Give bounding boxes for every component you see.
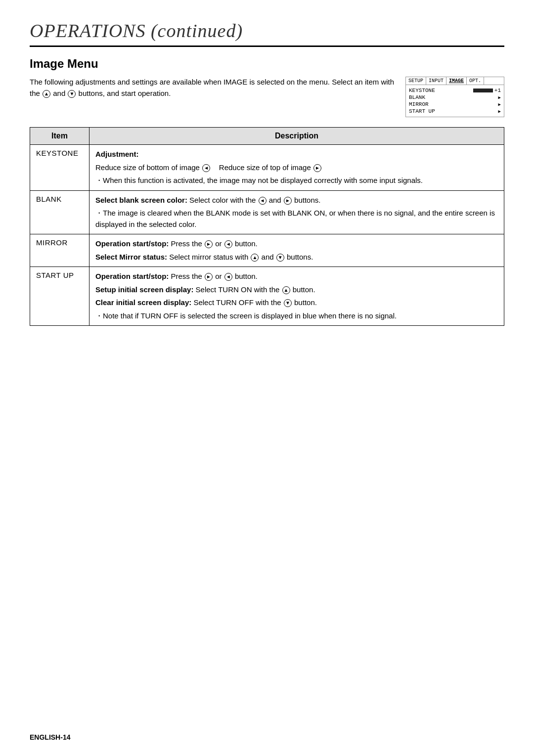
startup-arrow: ▶ (498, 109, 501, 114)
page-title: OPERATIONS (continued) (30, 20, 504, 42)
menu-tab-opt: OPT. (467, 77, 484, 85)
menu-value-keystone: +1 (473, 88, 501, 93)
startup-note: ・Note that if TURN OFF is selected the s… (95, 311, 498, 322)
menu-label-startup: START UP (409, 108, 439, 114)
down-btn-icon-mirror: ▼ (276, 254, 284, 262)
keystone-note: ・When this function is activated, the im… (95, 175, 498, 186)
mirror-startstop: Operation start/stop: Press the ► or ◄ b… (95, 238, 498, 250)
page-number: ENGLISH-14 (30, 733, 70, 741)
left-btn-icon-mirror: ◄ (224, 240, 232, 248)
startup-setup-display: Setup initial screen display: Select TUR… (95, 284, 498, 296)
menu-label-blank: BLANK (409, 94, 439, 100)
desc-keystone: Adjustment: Reduce size of bottom of ima… (89, 145, 504, 191)
menu-tab-input: INPUT (426, 77, 446, 85)
menu-tab-image: IMAGE (446, 77, 467, 85)
header-description: Description (89, 128, 504, 145)
menu-row-blank: BLANK ▶ (409, 94, 501, 101)
desc-startup: Operation start/stop: Press the ► or ◄ b… (89, 267, 504, 326)
keystone-bar (473, 89, 493, 92)
desc-blank: Select blank screen color: Select color … (89, 190, 504, 234)
blank-color-text: Select blank screen color: Select color … (95, 195, 498, 206)
up-btn-icon-startup: ▲ (282, 286, 290, 294)
intro-text: The following adjustments and settings a… (30, 77, 396, 99)
up-button-icon: ▲ (43, 90, 50, 98)
desc-mirror: Operation start/stop: Press the ► or ◄ b… (89, 234, 504, 267)
item-mirror: MIRROR (30, 234, 89, 267)
mirror-arrow: ▶ (498, 102, 501, 107)
menu-row-keystone: KEYSTONE +1 (409, 87, 501, 94)
menu-label-keystone: KEYSTONE (409, 88, 439, 93)
down-btn-icon-startup: ▼ (284, 299, 292, 307)
image-menu-table: Item Description KEYSTONE Adjustment: Re… (30, 127, 504, 326)
keystone-value: +1 (494, 88, 501, 93)
menu-tab-setup: SETUP (406, 77, 426, 85)
right-btn-icon: ► (313, 164, 321, 172)
right-btn-icon-mirror: ► (205, 240, 213, 248)
mirror-status: Select Mirror status: Select mirror stat… (95, 252, 498, 263)
table-row-mirror: MIRROR Operation start/stop: Press the ►… (30, 234, 504, 267)
blank-arrow: ▶ (498, 95, 501, 100)
startup-clear-display: Clear initial screen display: Select TUR… (95, 297, 498, 309)
menu-body: KEYSTONE +1 BLANK ▶ MIRROR ▶ START UP ▶ (406, 85, 504, 117)
header-item: Item (30, 128, 89, 145)
table-row-startup: START UP Operation start/stop: Press the… (30, 267, 504, 326)
down-button-icon: ▼ (68, 90, 76, 98)
startup-startstop: Operation start/stop: Press the ► or ◄ b… (95, 271, 498, 282)
table-row-keystone: KEYSTONE Adjustment: Reduce size of bott… (30, 145, 504, 191)
item-keystone: KEYSTONE (30, 145, 89, 191)
item-startup: START UP (30, 267, 89, 326)
menu-label-mirror: MIRROR (409, 101, 439, 107)
up-btn-icon-mirror: ▲ (251, 254, 259, 262)
keystone-adjustment-label: Adjustment: (95, 149, 498, 160)
menu-row-startup: START UP ▶ (409, 108, 501, 115)
section-heading: Image Menu (30, 57, 504, 71)
item-blank: BLANK (30, 190, 89, 234)
keystone-adjustment-text: Reduce size of bottom of image ◄ Reduce … (95, 162, 498, 174)
left-btn-icon-startup: ◄ (224, 273, 232, 281)
left-btn-icon-blank: ◄ (259, 197, 267, 205)
menu-tabs: SETUP INPUT IMAGE OPT. (406, 77, 504, 85)
table-row-blank: BLANK Select blank screen color: Select … (30, 190, 504, 234)
blank-note: ・The image is cleared when the BLANK mod… (95, 208, 498, 230)
intro-row: The following adjustments and settings a… (30, 77, 504, 117)
menu-row-mirror: MIRROR ▶ (409, 101, 501, 108)
title-divider (30, 45, 504, 47)
right-btn-icon-blank: ► (284, 197, 292, 205)
menu-screenshot: SETUP INPUT IMAGE OPT. KEYSTONE +1 BLANK… (405, 77, 504, 117)
left-btn-icon: ◄ (202, 164, 210, 172)
right-btn-icon-startup: ► (205, 273, 213, 281)
table-header-row: Item Description (30, 128, 504, 145)
